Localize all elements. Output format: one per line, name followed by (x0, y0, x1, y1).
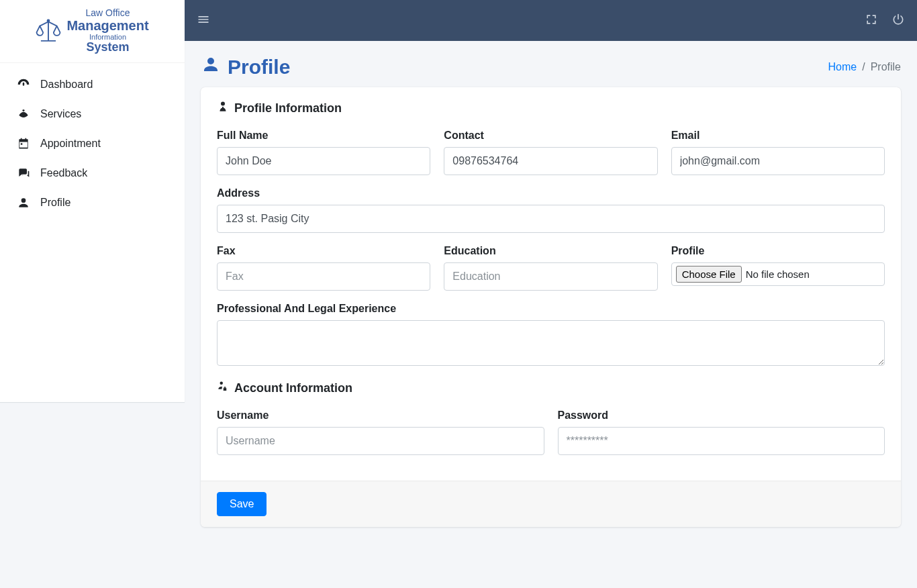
sidebar-item-label: Services (40, 108, 81, 120)
user-icon (16, 196, 31, 209)
sidebar-item-dashboard[interactable]: Dashboard (0, 70, 185, 99)
sidebar-item-label: Dashboard (40, 79, 93, 91)
label-address: Address (217, 187, 885, 199)
input-fax[interactable] (217, 262, 430, 291)
breadcrumb-current: Profile (871, 61, 901, 73)
brand-text: Law Office Management Information System (66, 8, 148, 54)
label-experience: Professional And Legal Experience (217, 303, 885, 315)
form-group-profile: Profile Choose File No file chosen (671, 245, 885, 291)
breadcrumb-home[interactable]: Home (828, 61, 857, 73)
file-input[interactable]: Choose File No file chosen (671, 262, 885, 286)
sidebar-item-label: Feedback (40, 167, 87, 179)
power-icon[interactable] (891, 13, 905, 29)
save-button[interactable]: Save (217, 492, 267, 516)
nav: Dashboard Services Appointment Feedback (0, 63, 185, 224)
card-footer: Save (201, 481, 901, 527)
label-email: Email (671, 130, 885, 142)
main: Profile Home / Profile Profile Informati… (185, 0, 917, 588)
sidebar-item-appointment[interactable]: Appointment (0, 129, 185, 158)
scales-icon (36, 17, 61, 46)
sidebar-item-label: Appointment (40, 138, 101, 150)
input-fullname[interactable] (217, 147, 430, 175)
form-group-address: Address (217, 187, 885, 233)
section-account-info: Account Information (217, 381, 885, 396)
user-tie-icon (217, 101, 229, 116)
breadcrumb: Home / Profile (828, 61, 902, 73)
label-contact: Contact (444, 130, 657, 142)
input-email[interactable] (671, 147, 885, 175)
label-fax: Fax (217, 245, 430, 257)
sidebar-item-label: Profile (40, 197, 70, 209)
page-title: Profile (201, 54, 290, 79)
card: Profile Information Full Name Contact Em (201, 87, 901, 527)
input-education[interactable] (444, 262, 657, 291)
services-icon (16, 107, 31, 121)
form-group-fax: Fax (217, 245, 430, 291)
label-username: Username (217, 409, 544, 422)
label-education: Education (444, 245, 657, 257)
textarea-experience[interactable] (217, 320, 885, 366)
label-fullname: Full Name (217, 130, 430, 142)
svg-point-0 (47, 19, 50, 22)
content-header: Profile Home / Profile (185, 41, 917, 87)
breadcrumb-sep: / (862, 61, 865, 73)
sidebar-item-profile[interactable]: Profile (0, 188, 185, 217)
input-password[interactable] (558, 427, 885, 455)
user-lock-icon (217, 381, 229, 396)
form-group-password: Password (558, 409, 885, 455)
fullscreen-icon[interactable] (865, 13, 878, 29)
comments-icon (16, 166, 31, 180)
input-contact[interactable] (444, 147, 657, 175)
calendar-icon (16, 137, 31, 150)
label-profile: Profile (671, 245, 885, 257)
input-address[interactable] (217, 205, 885, 233)
form-group-username: Username (217, 409, 544, 455)
sidebar-item-services[interactable]: Services (0, 99, 185, 129)
section-profile-info: Profile Information (217, 101, 885, 116)
user-icon (201, 54, 221, 79)
dashboard-icon (16, 78, 31, 91)
menu-toggle-icon[interactable] (197, 13, 210, 29)
sidebar: Law Office Management Information System… (0, 0, 185, 403)
form-group-contact: Contact (444, 130, 657, 175)
form-group-education: Education (444, 245, 657, 291)
label-password: Password (558, 409, 885, 422)
sidebar-item-feedback[interactable]: Feedback (0, 158, 185, 188)
brand[interactable]: Law Office Management Information System (0, 0, 185, 63)
form-group-email: Email (671, 130, 885, 175)
input-username[interactable] (217, 427, 544, 455)
content: Profile Information Full Name Contact Em (185, 87, 917, 543)
choose-file-button[interactable]: Choose File (676, 266, 742, 283)
form-group-experience: Professional And Legal Experience (217, 303, 885, 369)
file-status-text: No file chosen (746, 268, 810, 280)
topbar (185, 0, 917, 41)
form-group-fullname: Full Name (217, 130, 430, 175)
